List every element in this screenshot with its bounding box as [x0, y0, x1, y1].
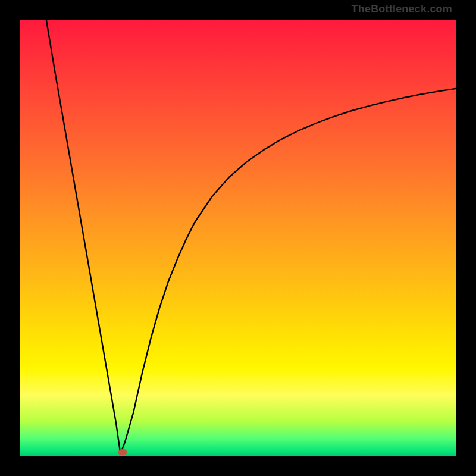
bottleneck-curve [46, 20, 456, 453]
curve-overlay [20, 20, 456, 456]
chart-stage: TheBottleneck.com [0, 0, 476, 476]
attribution-text: TheBottleneck.com [352, 4, 452, 14]
minimum-marker [118, 450, 127, 455]
